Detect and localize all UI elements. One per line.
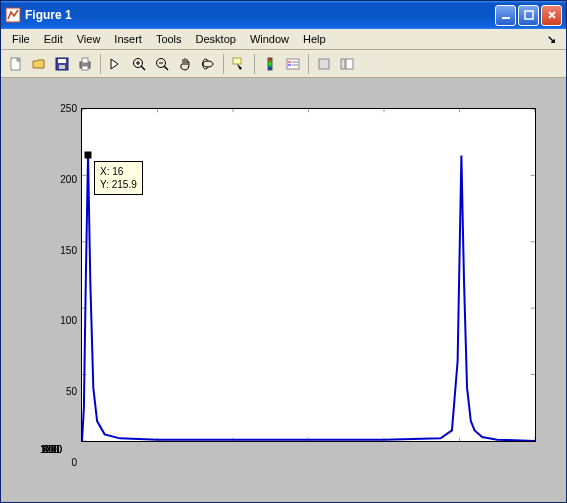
ytick-label: 250 — [51, 103, 77, 114]
hide-plot-tools-button[interactable] — [313, 53, 335, 75]
zoom-out-button[interactable] — [151, 53, 173, 75]
window-title: Figure 1 — [25, 8, 495, 22]
svg-rect-1 — [502, 17, 510, 19]
menu-window[interactable]: Window — [243, 31, 296, 47]
figure-area: 0 50 100 150 200 250 X: 16 Y: 215.9 0 20… — [1, 78, 566, 502]
app-icon — [5, 7, 21, 23]
ytick-label: 150 — [51, 244, 77, 255]
toolbar — [1, 50, 566, 78]
dock-icon[interactable]: ↘ — [541, 33, 562, 46]
data-tip-y: Y: 215.9 — [100, 178, 137, 191]
minimize-button[interactable] — [495, 5, 516, 26]
menu-bar: File Edit View Insert Tools Desktop Wind… — [1, 29, 566, 50]
ytick-label: 100 — [51, 315, 77, 326]
menu-tools[interactable]: Tools — [149, 31, 189, 47]
toolbar-separator — [308, 54, 309, 74]
show-plot-tools-button[interactable] — [336, 53, 358, 75]
svg-rect-9 — [82, 66, 88, 70]
figure-window: Figure 1 File Edit View Insert Tools Des… — [0, 0, 567, 503]
axes: 0 50 100 150 200 250 X: 16 Y: 215.9 0 20… — [51, 108, 536, 462]
toolbar-separator — [254, 54, 255, 74]
data-tip[interactable]: X: 16 Y: 215.9 — [94, 161, 143, 195]
close-button[interactable] — [541, 5, 562, 26]
maximize-button[interactable] — [518, 5, 539, 26]
svg-rect-14 — [268, 58, 272, 70]
menu-help[interactable]: Help — [296, 31, 333, 47]
svg-rect-5 — [58, 59, 66, 63]
ytick-label: 50 — [51, 386, 77, 397]
svg-rect-6 — [59, 65, 65, 69]
colorbar-button[interactable] — [259, 53, 281, 75]
pan-button[interactable] — [174, 53, 196, 75]
svg-rect-18 — [346, 59, 353, 69]
svg-rect-2 — [525, 11, 533, 19]
data-cursor-button[interactable] — [228, 53, 250, 75]
new-figure-button[interactable] — [5, 53, 27, 75]
save-button[interactable] — [51, 53, 73, 75]
title-bar: Figure 1 — [1, 1, 566, 29]
xtick-label: 1200 — [40, 444, 62, 462]
menu-view[interactable]: View — [70, 31, 108, 47]
ytick-label: 200 — [51, 173, 77, 184]
data-tip-x: X: 16 — [100, 165, 137, 178]
svg-rect-8 — [82, 58, 88, 63]
menu-edit[interactable]: Edit — [37, 31, 70, 47]
window-controls — [495, 5, 562, 26]
open-button[interactable] — [28, 53, 50, 75]
rotate-button[interactable] — [197, 53, 219, 75]
svg-rect-17 — [341, 59, 345, 69]
svg-rect-16 — [319, 59, 329, 69]
toolbar-separator — [100, 54, 101, 74]
svg-rect-13 — [233, 58, 241, 64]
legend-button[interactable] — [282, 53, 304, 75]
svg-point-12 — [203, 61, 213, 67]
print-button[interactable] — [74, 53, 96, 75]
menu-insert[interactable]: Insert — [107, 31, 149, 47]
menu-desktop[interactable]: Desktop — [189, 31, 243, 47]
edit-plot-button[interactable] — [105, 53, 127, 75]
svg-rect-15 — [287, 59, 299, 69]
plot-box[interactable]: X: 16 Y: 215.9 — [81, 108, 536, 442]
zoom-in-button[interactable] — [128, 53, 150, 75]
menu-file[interactable]: File — [5, 31, 37, 47]
data-tip-marker — [85, 151, 92, 158]
toolbar-separator — [223, 54, 224, 74]
line-plot — [82, 109, 535, 441]
